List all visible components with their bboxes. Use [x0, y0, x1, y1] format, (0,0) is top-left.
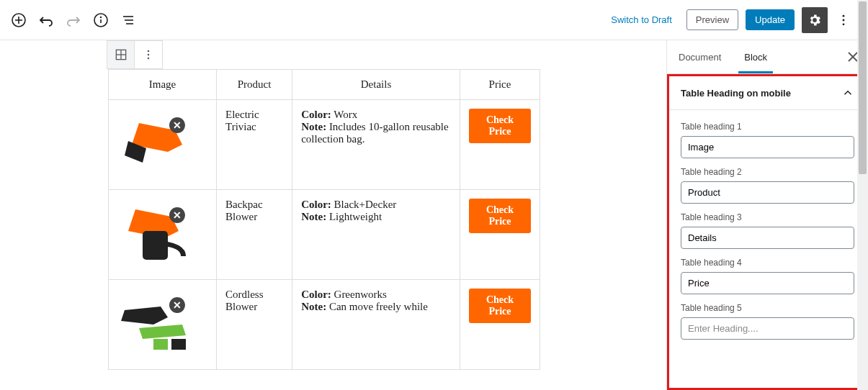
outline-button[interactable]: [115, 7, 141, 33]
svg-point-11: [843, 23, 845, 25]
redo-button[interactable]: [61, 7, 86, 33]
table-block-icon[interactable]: [107, 41, 135, 68]
svg-rect-20: [153, 339, 168, 350]
remove-image-icon[interactable]: ✕: [169, 207, 185, 223]
top-toolbar: Switch to Draft Preview Update: [0, 0, 868, 40]
svg-point-5: [101, 17, 102, 17]
chevron-up-icon: [841, 86, 854, 99]
product-details[interactable]: Color: Worx Note: Includes 10-gallon reu…: [292, 100, 460, 190]
product-name[interactable]: Cordless Blower: [217, 280, 292, 370]
product-image[interactable]: ✕: [117, 109, 204, 181]
color-label: Color:: [301, 199, 331, 210]
svg-point-16: [148, 54, 150, 56]
remove-image-icon[interactable]: ✕: [169, 297, 185, 313]
product-details[interactable]: Color: Greenworks Note: Can move freely …: [292, 280, 460, 370]
product-image[interactable]: ✕: [117, 199, 204, 271]
field-label-heading1: Table heading 1: [681, 122, 854, 132]
settings-sidebar: Document Block Table Heading on mobile T…: [666, 40, 868, 390]
editor-canvas: Image Product Details Price: [0, 40, 666, 390]
check-price-button[interactable]: Check Price: [469, 109, 531, 143]
note-value: Lightweight: [329, 211, 382, 222]
table-header-product: Product: [217, 70, 292, 100]
note-value: Can move freely while: [329, 301, 428, 312]
product-details[interactable]: Color: Black+Decker Note: Lightweight: [292, 190, 460, 280]
page-scrollbar[interactable]: [857, 0, 868, 390]
svg-point-17: [148, 58, 150, 60]
input-heading5[interactable]: [681, 317, 854, 340]
note-label: Note:: [301, 211, 326, 222]
color-value: Worx: [334, 109, 357, 120]
panel-heading-mobile[interactable]: Table Heading on mobile: [669, 76, 866, 110]
check-price-button[interactable]: Check Price: [469, 199, 531, 233]
svg-rect-19: [143, 231, 168, 260]
remove-image-icon[interactable]: ✕: [169, 117, 185, 133]
check-price-button[interactable]: Check Price: [469, 289, 531, 323]
input-heading2[interactable]: [681, 181, 854, 204]
color-value: Black+Decker: [334, 199, 397, 210]
add-block-button[interactable]: [6, 7, 32, 33]
table-row: ✕ Cordless Blower Color: Greenworks Note…: [109, 280, 540, 370]
input-heading4[interactable]: [681, 272, 854, 294]
product-comparison-table: Image Product Details Price: [108, 69, 540, 370]
svg-rect-21: [171, 339, 186, 350]
product-image[interactable]: ✕: [117, 289, 204, 360]
color-value: Greenworks: [334, 289, 387, 300]
preview-button[interactable]: Preview: [686, 9, 738, 30]
more-menu-button[interactable]: [835, 7, 852, 33]
block-toolbar: [107, 40, 163, 69]
svg-point-9: [843, 14, 845, 17]
table-header-details: Details: [292, 70, 460, 100]
note-label: Note:: [301, 121, 326, 132]
tab-document[interactable]: Document: [667, 40, 733, 73]
input-heading3[interactable]: [681, 227, 854, 249]
product-name[interactable]: Backpac Blower: [217, 190, 292, 280]
table-row: ✕ Backpac Blower Color: Black+Decker Not…: [109, 190, 540, 280]
block-more-button[interactable]: [135, 41, 162, 68]
update-button[interactable]: Update: [746, 9, 795, 30]
color-label: Color:: [301, 109, 331, 120]
switch-to-draft-link[interactable]: Switch to Draft: [604, 10, 679, 30]
tab-block[interactable]: Block: [733, 40, 779, 73]
info-button[interactable]: [88, 7, 114, 33]
undo-button[interactable]: [33, 7, 59, 33]
svg-point-10: [843, 19, 845, 21]
field-label-heading4: Table heading 4: [681, 258, 854, 268]
field-label-heading2: Table heading 2: [681, 167, 854, 177]
note-label: Note:: [301, 301, 326, 312]
table-header-price: Price: [460, 70, 540, 100]
field-label-heading3: Table heading 3: [681, 212, 854, 222]
settings-button[interactable]: [802, 7, 828, 33]
svg-point-15: [148, 50, 150, 53]
table-row: ✕ Electric Triviac Color: Worx Note: Inc…: [109, 100, 540, 190]
input-heading1[interactable]: [681, 136, 854, 158]
field-label-heading5: Table heading 5: [681, 303, 854, 313]
panel-title: Table Heading on mobile: [681, 88, 791, 99]
color-label: Color:: [301, 289, 331, 300]
table-header-image: Image: [109, 70, 217, 100]
product-name[interactable]: Electric Triviac: [217, 100, 292, 190]
